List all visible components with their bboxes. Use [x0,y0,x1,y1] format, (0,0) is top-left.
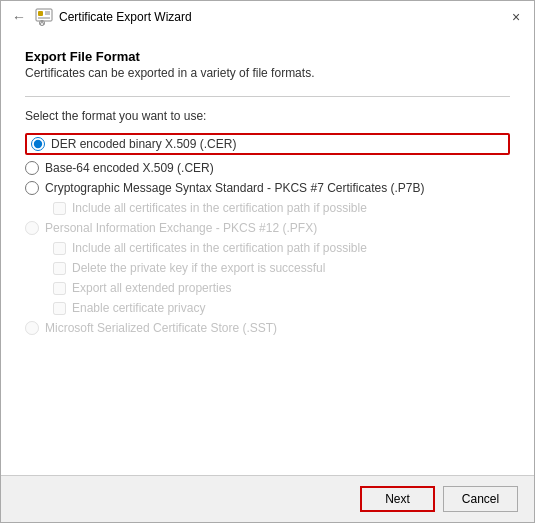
label-pfx-include: Include all certificates in the certific… [72,241,367,255]
back-button[interactable]: ← [9,7,29,27]
close-button[interactable]: × [506,7,526,27]
checkbox-pfx-include[interactable] [53,242,66,255]
divider [25,96,510,97]
cancel-button[interactable]: Cancel [443,486,518,512]
checkbox-pfx-delete[interactable] [53,262,66,275]
format-options: DER encoded binary X.509 (.CER) Base-64 … [25,133,510,335]
label-pfx-privacy: Enable certificate privacy [72,301,205,315]
title-bar: ← Certificate Export Wizard × [1,1,534,33]
svg-rect-1 [38,11,43,16]
next-button[interactable]: Next [360,486,435,512]
wizard-footer: Next Cancel [1,475,534,522]
section-description: Certificates can be exported in a variet… [25,66,510,80]
option-der[interactable]: DER encoded binary X.509 (.CER) [25,133,510,155]
label-sst: Microsoft Serialized Certificate Store (… [45,321,277,335]
label-pfx-extended: Export all extended properties [72,281,231,295]
certificate-export-wizard-window: ← Certificate Export Wizard × Expo [0,0,535,523]
label-pkcs7-include: Include all certificates in the certific… [72,201,367,215]
radio-pfx[interactable] [25,221,39,235]
label-pfx: Personal Information Exchange - PKCS #12… [45,221,317,235]
wizard-content: Export File Format Certificates can be e… [1,33,534,475]
radio-pkcs7[interactable] [25,181,39,195]
option-pkcs7[interactable]: Cryptographic Message Syntax Standard - … [25,181,510,195]
radio-sst[interactable] [25,321,39,335]
pfx-sub-include: Include all certificates in the certific… [53,241,510,255]
option-sst[interactable]: Microsoft Serialized Certificate Store (… [25,321,510,335]
pfx-sub-extended: Export all extended properties [53,281,510,295]
checkbox-pkcs7-include[interactable] [53,202,66,215]
section-header: Export File Format Certificates can be e… [25,49,510,80]
option-pfx[interactable]: Personal Information Exchange - PKCS #12… [25,221,510,235]
checkbox-pfx-privacy[interactable] [53,302,66,315]
label-der: DER encoded binary X.509 (.CER) [51,137,236,151]
radio-der[interactable] [31,137,45,151]
checkbox-pfx-extended[interactable] [53,282,66,295]
title-bar-left: ← Certificate Export Wizard [9,7,506,27]
section-title: Export File Format [25,49,510,64]
radio-base64[interactable] [25,161,39,175]
label-base64: Base-64 encoded X.509 (.CER) [45,161,214,175]
label-pkcs7: Cryptographic Message Syntax Standard - … [45,181,425,195]
option-base64[interactable]: Base-64 encoded X.509 (.CER) [25,161,510,175]
select-format-label: Select the format you want to use: [25,109,510,123]
wizard-icon [35,8,53,26]
pkcs7-sub-option: Include all certificates in the certific… [53,201,510,215]
window-title: Certificate Export Wizard [59,10,192,24]
pfx-sub-privacy: Enable certificate privacy [53,301,510,315]
label-pfx-delete: Delete the private key if the export is … [72,261,325,275]
pfx-sub-delete: Delete the private key if the export is … [53,261,510,275]
